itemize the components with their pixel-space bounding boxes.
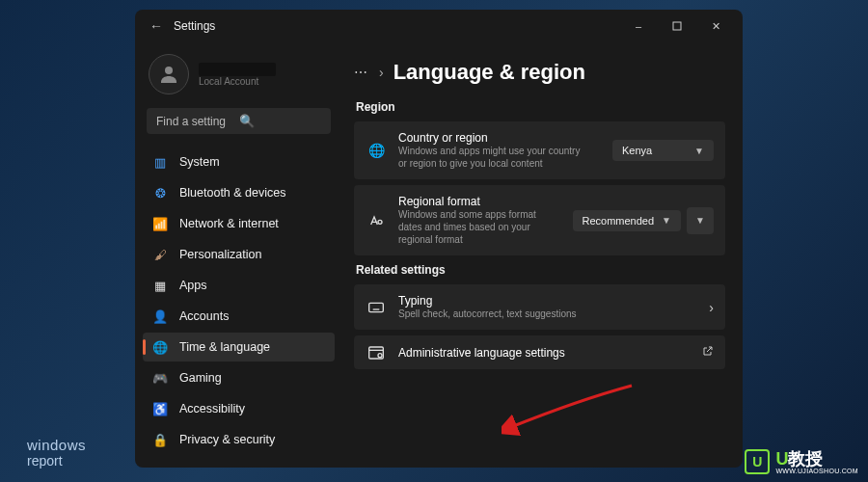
character-icon <box>366 213 387 228</box>
window-settings-icon <box>366 346 387 360</box>
sidebar-item-bluetooth[interactable]: ❂ Bluetooth & devices <box>143 178 335 207</box>
brush-icon: 🖌 <box>152 247 168 262</box>
sidebar-item-accessibility[interactable]: ♿ Accessibility <box>143 394 335 423</box>
typing-title: Typing <box>398 294 697 308</box>
sidebar-item-accounts[interactable]: 👤 Accounts <box>143 302 335 331</box>
svg-point-11 <box>378 353 382 357</box>
sidebar-item-label: Apps <box>179 279 207 292</box>
format-title: Regional format <box>398 195 561 208</box>
main-pane: ⋯ › Language & region Region 🌐 Country o… <box>342 42 743 468</box>
chevron-down-icon: ▼ <box>695 215 705 226</box>
gamepad-icon: 🎮 <box>152 370 168 386</box>
typing-link[interactable]: Typing Spell check, autocorrect, text su… <box>354 284 725 330</box>
chevron-down-icon: ▼ <box>662 215 671 226</box>
format-value: Recommended <box>583 215 655 227</box>
nav-list: ▥ System ❂ Bluetooth & devices 📶 Network… <box>143 147 335 454</box>
country-row[interactable]: 🌐 Country or region Windows and apps mig… <box>354 121 725 179</box>
sidebar: Local Account Find a setting 🔍 ▥ System … <box>135 42 342 468</box>
sidebar-item-apps[interactable]: ▦ Apps <box>143 271 335 300</box>
regional-format-row[interactable]: Regional format Windows and some apps fo… <box>354 185 725 255</box>
page-title: Language & region <box>393 60 585 85</box>
watermark-ujiaoshou: U U教授 WWW.UJIAOSHOU.COM <box>745 449 858 474</box>
sidebar-item-system[interactable]: ▥ System <box>143 147 335 176</box>
watermark-windowsreport: windows report <box>27 438 86 469</box>
chevron-right-icon: › <box>379 65 384 80</box>
search-placeholder: Find a setting <box>156 115 239 128</box>
accessibility-icon: ♿ <box>152 401 168 416</box>
keyboard-icon <box>366 302 387 313</box>
settings-window: ← Settings – ✕ Local Account Find a sett… <box>135 10 743 468</box>
sidebar-item-label: Network & internet <box>179 217 279 230</box>
sidebar-item-label: Personalization <box>179 248 261 261</box>
titlebar: ← Settings – ✕ <box>135 10 743 42</box>
admin-language-link[interactable]: Administrative language settings <box>354 335 725 369</box>
sidebar-item-label: Accessibility <box>179 402 245 415</box>
profile-subtext: Local Account <box>199 76 276 87</box>
typing-desc: Spell check, autocorrect, text suggestio… <box>398 308 697 320</box>
country-title: Country or region <box>398 131 601 145</box>
sidebar-item-label: Time & language <box>179 340 270 354</box>
person-icon: 👤 <box>152 308 168 324</box>
svg-rect-0 <box>673 22 681 30</box>
bluetooth-icon: ❂ <box>152 185 168 201</box>
system-icon: ▥ <box>152 154 168 170</box>
country-dropdown[interactable]: Kenya ▼ <box>612 140 714 161</box>
region-heading: Region <box>356 100 725 114</box>
sidebar-item-label: Privacy & security <box>179 433 275 446</box>
sidebar-item-label: System <box>179 155 220 169</box>
format-expand-button[interactable]: ▼ <box>687 207 714 234</box>
avatar <box>149 54 189 94</box>
sidebar-item-label: Gaming <box>179 371 222 385</box>
sidebar-item-network[interactable]: 📶 Network & internet <box>143 209 335 238</box>
country-desc: Windows and apps might use your country … <box>398 145 582 170</box>
profile-name <box>199 63 276 76</box>
search-icon: 🔍 <box>239 114 322 128</box>
watermark-badge: U <box>745 449 770 474</box>
related-heading: Related settings <box>356 263 725 277</box>
window-title: Settings <box>174 19 215 33</box>
format-dropdown[interactable]: Recommended ▼ <box>573 210 682 231</box>
sidebar-item-personalization[interactable]: 🖌 Personalization <box>143 240 335 269</box>
admin-title: Administrative language settings <box>398 346 691 360</box>
breadcrumb-more-icon[interactable]: ⋯ <box>354 65 369 80</box>
sidebar-item-privacy[interactable]: 🔒 Privacy & security <box>143 425 335 454</box>
grid-icon: ▦ <box>152 278 168 293</box>
chevron-down-icon: ▼ <box>694 146 704 156</box>
sidebar-item-label: Accounts <box>179 309 229 323</box>
external-link-icon <box>702 345 714 360</box>
sidebar-item-gaming[interactable]: 🎮 Gaming <box>143 363 335 392</box>
profile-block[interactable]: Local Account <box>143 50 335 108</box>
close-button[interactable]: ✕ <box>696 12 735 40</box>
country-value: Kenya <box>622 145 652 156</box>
svg-point-2 <box>378 220 382 224</box>
svg-rect-3 <box>369 303 384 311</box>
format-desc: Windows and some apps format dates and t… <box>398 208 561 246</box>
shield-icon: 🔒 <box>152 432 168 447</box>
globe-icon: 🌐 <box>366 143 387 158</box>
sidebar-item-label: Bluetooth & devices <box>179 186 286 200</box>
wifi-icon: 📶 <box>152 216 168 231</box>
minimize-button[interactable]: – <box>619 12 658 40</box>
sidebar-item-time-language[interactable]: 🌐 Time & language <box>143 333 335 362</box>
svg-point-1 <box>165 67 173 74</box>
search-input[interactable]: Find a setting 🔍 <box>147 108 331 134</box>
maximize-button[interactable] <box>658 12 696 40</box>
breadcrumb: ⋯ › Language & region <box>354 60 725 85</box>
chevron-right-icon: › <box>709 300 714 315</box>
clock-globe-icon: 🌐 <box>152 339 168 355</box>
back-button[interactable]: ← <box>143 18 170 34</box>
